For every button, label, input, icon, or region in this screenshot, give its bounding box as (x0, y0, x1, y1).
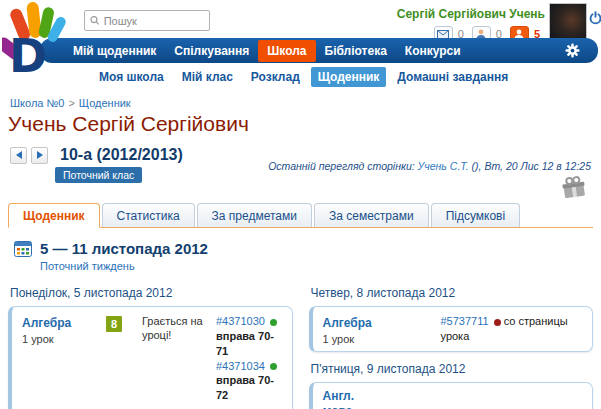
day-title: П'ятниця, 9 листопада 2012 (311, 362, 594, 376)
tab-by-subjects[interactable]: За предметами (197, 203, 312, 227)
week-range-label[interactable]: 5 — 11 листопада 2012 (40, 240, 208, 257)
logout-power-icon[interactable] (588, 10, 601, 25)
page-content: Школа №0>Щоденник Учень Сергій Сергійови… (0, 91, 601, 409)
breadcrumb-diary-link[interactable]: Щоденник (79, 97, 131, 109)
subject-link[interactable]: Алгебра (323, 316, 372, 331)
day-monday: Понеділок, 5 листопада 2012 Алгебра 1 ур… (8, 286, 293, 409)
page-title: Учень Сергій Сергійович (8, 112, 601, 136)
diary-grid: Понеділок, 5 листопада 2012 Алгебра 1 ур… (8, 280, 593, 409)
school-subnav: Моя школа Мій клас Розклад Щоденник Дома… (0, 63, 601, 91)
homework-item: #4371034вправа 70-72 (216, 359, 284, 404)
day-thursday: Четвер, 8 листопада 2012 Алгебра 1 урок … (309, 286, 594, 352)
search-box[interactable] (84, 10, 210, 31)
diary-tabs: Щоденник Статистика За предметами За сем… (8, 203, 593, 228)
app-window: D Сергій Сергійович Учень 0 (0, 0, 601, 409)
class-label[interactable]: 10-а (2012/2013) (60, 146, 183, 164)
grade-badge[interactable]: 8 (106, 316, 122, 332)
prev-class-button[interactable] (10, 147, 27, 164)
last-view-user-link[interactable]: Учень С.Т. (418, 160, 469, 172)
current-class-badge[interactable]: Поточний клас (55, 167, 142, 183)
tab-diary[interactable]: Щоденник (8, 203, 100, 228)
day-title: Понеділок, 5 листопада 2012 (10, 286, 293, 300)
subnav-item-my-school[interactable]: Моя школа (92, 67, 171, 87)
day-card: Англ. мова 1 урок (309, 382, 594, 409)
last-view-info: Останній перегляд сторінки: Учень С.Т. (… (268, 160, 591, 172)
subnav-item-my-class[interactable]: Мій клас (175, 67, 240, 87)
homework-text: вправа 70-71 (216, 330, 274, 357)
nav-item-library[interactable]: Бібліотека (316, 40, 396, 62)
week-header: 5 — 11 листопада 2012 Поточний тиждень (14, 240, 601, 272)
homework-text: вправа 70-72 (216, 374, 274, 401)
search-input[interactable] (104, 15, 204, 27)
subject-link[interactable]: Алгебра (22, 316, 71, 331)
lesson-row: Англ. мова 1 урок (313, 383, 593, 409)
dnevnik-logo-icon[interactable]: D (2, 1, 68, 77)
settings-gear-icon[interactable] (565, 43, 580, 58)
lesson-row: Алгебра 1 урок #5737711со страницы урока (313, 307, 593, 351)
search-icon (90, 15, 100, 26)
gift-icon[interactable] (561, 175, 587, 199)
homework-status-dot (270, 363, 277, 370)
tab-statistics[interactable]: Статистика (102, 203, 195, 227)
breadcrumb-school-link[interactable]: Школа №0 (10, 97, 64, 109)
day-card: Алгебра 1 урок #5737711со страницы урока (309, 306, 594, 352)
lesson-number: 1 урок (22, 333, 106, 345)
day-friday: П'ятниця, 9 листопада 2012 Англ. мова 1 … (309, 362, 594, 409)
tab-final-grades[interactable]: Підсумкові (431, 203, 521, 227)
nav-item-communication[interactable]: Спілкування (165, 40, 258, 62)
day-card: Алгебра 1 урок 8 Грається на уроці! #437… (8, 306, 293, 409)
lesson-row: Алгебра 1 урок 8 Грається на уроці! #437… (12, 307, 292, 409)
next-class-button[interactable] (31, 147, 48, 164)
teacher-comment: Грається на уроці! (142, 313, 216, 403)
breadcrumb: Школа №0>Щоденник (10, 97, 601, 109)
right-column: Четвер, 8 листопада 2012 Алгебра 1 урок … (309, 280, 594, 409)
breadcrumb-separator: > (68, 97, 74, 109)
subnav-item-schedule[interactable]: Розклад (244, 67, 307, 87)
nav-item-contests[interactable]: Конкурси (396, 40, 470, 62)
calendar-icon[interactable] (14, 240, 32, 257)
homework-id-link[interactable]: #4371034 (216, 360, 265, 372)
avatar[interactable] (549, 3, 587, 41)
homework-item: #5737711со страницы урока (441, 314, 585, 344)
left-column: Понеділок, 5 листопада 2012 Алгебра 1 ур… (8, 280, 293, 409)
last-view-prefix: Останній перегляд сторінки: (268, 160, 417, 172)
last-view-datetime: (), Вт, 20 Лис 12 в 12:25 (469, 160, 591, 172)
top-header: D Сергій Сергійович Учень 0 (0, 0, 601, 38)
homework-id-link[interactable]: #5737711 (441, 315, 489, 327)
homework-id-link[interactable]: #4371030 (216, 315, 265, 327)
svg-text:D: D (9, 29, 47, 77)
subnav-item-homework[interactable]: Домашні завдання (390, 67, 515, 87)
subnav-item-diary[interactable]: Щоденник (311, 67, 387, 87)
nav-item-my-diary[interactable]: Мій щоденник (64, 40, 165, 62)
homework-item: #4371030вправа 70-71 (216, 314, 284, 359)
current-week-link[interactable]: Поточний тиждень (40, 260, 208, 272)
homework-list: #4371030вправа 70-71 #4371034вправа 70-7… (216, 313, 284, 403)
homework-status-dot (270, 319, 277, 326)
main-nav: Мій щоденник Спілкування Школа Бібліотек… (40, 38, 598, 63)
subject-link[interactable]: Англ. мова (323, 389, 383, 409)
nav-item-school[interactable]: Школа (258, 40, 315, 62)
day-title: Четвер, 8 листопада 2012 (311, 286, 594, 300)
user-name[interactable]: Сергій Сергійович Учень (397, 7, 545, 21)
lesson-number: 1 урок (323, 333, 441, 345)
homework-list: #5737711со страницы урока (441, 313, 585, 345)
tab-by-semesters[interactable]: За семестрами (314, 203, 429, 227)
homework-status-dot (494, 319, 501, 326)
